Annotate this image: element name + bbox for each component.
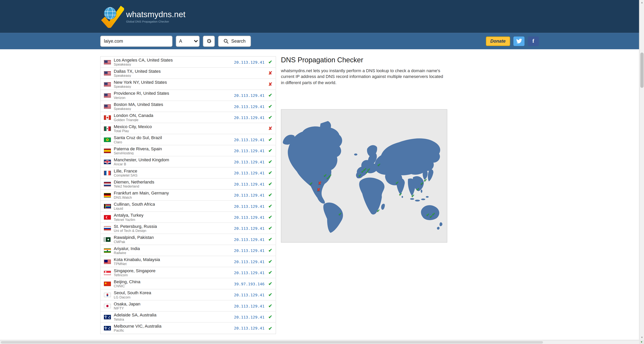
result-status-icon: ✔: [266, 214, 272, 220]
result-row[interactable]: Cullinan, South Africa Liquid 20.113.129…: [100, 201, 276, 212]
result-row[interactable]: Diemen, Netherlands Tele2 Nederland 20.1…: [100, 179, 276, 190]
donate-button[interactable]: Donate: [486, 36, 510, 46]
result-provider: Liquid: [114, 207, 155, 210]
result-ip-link[interactable]: 20.113.129.41: [234, 93, 264, 97]
result-row[interactable]: Antalya, Turkey Teknet Yazlim 20.113.129…: [100, 212, 276, 223]
vertical-scrollbar[interactable]: ▲ ▼: [639, 0, 644, 340]
result-location: Boston MA, United States: [114, 102, 163, 106]
search-toolbar: A Search Donate: [0, 33, 644, 49]
facebook-button[interactable]: f: [528, 36, 539, 46]
result-provider: Uni of Tech & Design: [114, 229, 157, 233]
map-ok-marker: ✔: [378, 162, 381, 167]
map-ok-marker: ✔: [399, 192, 402, 196]
result-provider: Completel SAS: [114, 173, 138, 177]
result-status-icon: ✔: [266, 270, 272, 276]
country-flag-icon: [104, 315, 111, 319]
scroll-down-arrow-icon[interactable]: ▼: [640, 335, 644, 339]
result-row[interactable]: Dallas TX, United States Speakeasy ✘: [100, 68, 276, 79]
result-provider: Claro: [114, 140, 162, 144]
result-row[interactable]: Osaka, Japan NIFTY 20.113.129.41 ✔: [100, 300, 276, 311]
site-logo[interactable]: [100, 4, 124, 29]
result-ip-link[interactable]: 20.113.129.41: [234, 293, 264, 297]
result-ip-link[interactable]: 20.113.129.41: [234, 148, 264, 153]
options-button[interactable]: [203, 35, 215, 46]
result-row[interactable]: Rawalpindi, Pakistan CMPak 20.113.129.41…: [100, 234, 276, 245]
country-flag-icon: [104, 293, 111, 297]
result-row[interactable]: Providence RI, United States Verizon 20.…: [100, 90, 276, 101]
result-ip-link[interactable]: 20.113.129.41: [234, 326, 264, 330]
horizontal-scrollbar-thumb[interactable]: [1, 341, 543, 344]
result-row[interactable]: Lille, France Completel SAS 20.113.129.4…: [100, 167, 276, 178]
result-row[interactable]: New York NY, United States Speakeasy ✘: [100, 79, 276, 90]
map-ok-marker: ✔: [338, 212, 342, 216]
result-ip-link[interactable]: 20.113.129.41: [234, 259, 264, 264]
result-row[interactable]: Frankfurt am Main, Germany DNS.Watch 20.…: [100, 190, 276, 201]
twitter-button[interactable]: [514, 36, 524, 46]
result-ip-link[interactable]: 20.113.129.41: [234, 115, 264, 120]
result-provider: NIFTY: [114, 306, 140, 310]
result-ip-link[interactable]: 20.113.129.41: [234, 315, 264, 319]
result-status-icon: ✔: [266, 292, 272, 298]
globe-check-logo-icon: [100, 4, 124, 28]
result-row[interactable]: Los Angeles CA, United States Speakeasy …: [100, 57, 276, 68]
result-row[interactable]: Ariyalur, India Railwire 20.113.129.41 ✔: [100, 245, 276, 256]
result-ip-link[interactable]: 20.113.129.41: [234, 171, 264, 175]
result-row[interactable]: Seoul, South Korea LG Dacom 20.113.129.4…: [100, 289, 276, 300]
country-flag-icon: [104, 248, 111, 253]
result-provider: ServiHosting: [114, 151, 162, 155]
result-provider: DNS.Watch: [114, 196, 169, 199]
result-location: Los Angeles CA, United States: [114, 58, 173, 62]
result-row[interactable]: Beijing, China CNNIC 39.97.193.146 ✔: [100, 278, 276, 289]
country-flag-icon: [104, 82, 111, 86]
map-ok-marker: ✔: [420, 181, 424, 186]
result-location: Adelaide SA, Australia: [114, 313, 156, 317]
result-ip-link[interactable]: 20.113.129.41: [234, 182, 264, 186]
vertical-scrollbar-thumb[interactable]: [640, 52, 644, 88]
horizontal-scrollbar[interactable]: [0, 340, 639, 344]
page: whatsmydns.net Global DNS Propagation Ch…: [0, 0, 644, 344]
result-ip-link[interactable]: 20.113.129.41: [234, 215, 264, 219]
result-ip-link[interactable]: 20.113.129.41: [234, 193, 264, 197]
result-row[interactable]: Santa Cruz do Sul, Brazil Claro 20.113.1…: [100, 134, 276, 145]
result-row[interactable]: Singapore, Singapore Tefincom 20.113.129…: [100, 267, 276, 278]
result-status-icon: ✔: [266, 92, 272, 98]
result-ip-link[interactable]: 20.113.129.41: [234, 248, 264, 253]
search-button[interactable]: Search: [218, 35, 251, 46]
result-ip-link[interactable]: 20.113.129.41: [234, 304, 264, 308]
result-ip-link[interactable]: 20.113.129.41: [234, 137, 264, 142]
result-row[interactable]: London ON, Canada Golden Triangle 20.113…: [100, 112, 276, 123]
result-row[interactable]: Mexico City, Mexico Total Play ✘: [100, 123, 276, 134]
domain-input[interactable]: [100, 35, 172, 46]
map-ok-marker: ✔: [430, 214, 433, 219]
result-row[interactable]: Manchester, United Kingdom Ancar B 20.11…: [100, 156, 276, 167]
country-flag-icon: [104, 270, 111, 275]
result-row[interactable]: St. Petersburg, Russia Uni of Tech & Des…: [100, 223, 276, 234]
result-row[interactable]: Kota Kinabalu, Malaysia TPMNet 20.113.12…: [100, 256, 276, 267]
result-status-icon: ✔: [266, 203, 272, 209]
result-provider: TPMNet: [114, 262, 160, 266]
result-ip-link[interactable]: 20.113.129.41: [234, 204, 264, 208]
result-ip-link[interactable]: 20.113.129.41: [234, 160, 264, 164]
result-location: Cullinan, South Africa: [114, 202, 155, 206]
result-provider: Pacific: [114, 329, 162, 333]
result-ip-link[interactable]: 20.113.129.41: [234, 237, 264, 242]
country-flag-icon: [104, 137, 111, 142]
site-name[interactable]: whatsmydns.net: [126, 10, 185, 19]
result-status-icon: ✔: [266, 192, 272, 198]
result-provider: LG Dacom: [114, 295, 151, 299]
result-ip-link[interactable]: 20.113.129.41: [234, 60, 264, 64]
result-row[interactable]: Melbourne VIC, Australia Pacific 20.113.…: [100, 323, 276, 334]
result-ip-link[interactable]: 20.113.129.41: [234, 104, 264, 108]
result-row[interactable]: Paterna de Rivera, Spain ServiHosting 20…: [100, 145, 276, 156]
result-provider: Golden Triangle: [114, 118, 153, 122]
result-provider: CMPak: [114, 240, 154, 244]
result-ip-link[interactable]: 20.113.129.41: [234, 270, 264, 275]
result-row[interactable]: Boston MA, United States Speakeasy 20.11…: [100, 101, 276, 112]
result-ip-link[interactable]: 39.97.193.146: [234, 281, 264, 286]
result-ip-link[interactable]: 20.113.129.41: [234, 226, 264, 230]
record-type-select[interactable]: A: [176, 35, 200, 46]
site-header: whatsmydns.net Global DNS Propagation Ch…: [0, 0, 644, 33]
result-row[interactable]: Adelaide SA, Australia Telstra 20.113.12…: [100, 312, 276, 323]
site-title-block: whatsmydns.net Global DNS Propagation Ch…: [126, 10, 185, 23]
scroll-up-arrow-icon[interactable]: ▲: [640, 0, 644, 4]
